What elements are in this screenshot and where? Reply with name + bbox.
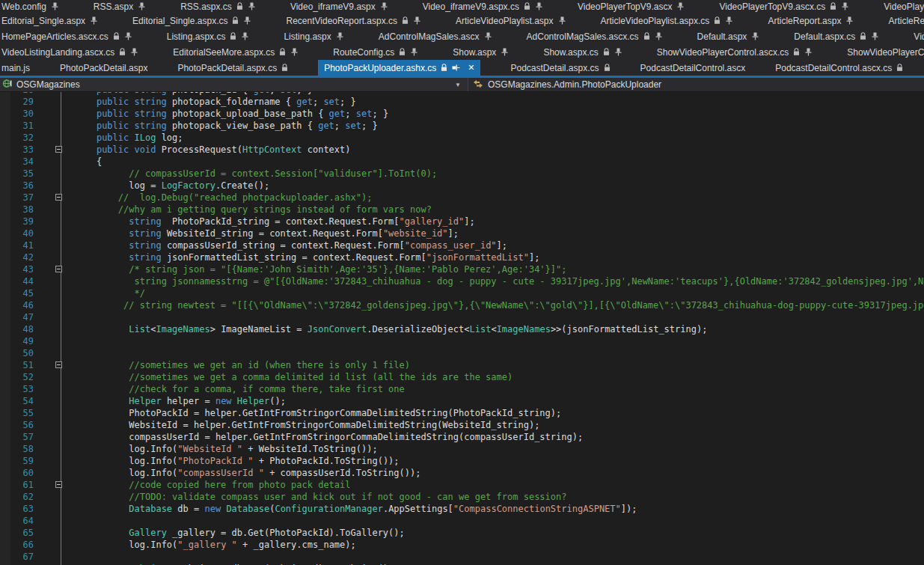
pin-icon[interactable] [484, 32, 492, 40]
code-line-36[interactable]: 36log = LogFactory.Create(); [0, 180, 924, 192]
project-dropdown[interactable]: OSGMagazines ▼ [0, 78, 468, 91]
code-line-63[interactable]: 63Database db = new Database(Configurati… [0, 503, 924, 515]
tab-show-aspx-cs[interactable]: Show.aspx.cs [543, 44, 622, 60]
code-line-30[interactable]: 30public string photopack_upload_base_pa… [0, 108, 924, 120]
code-line-52[interactable]: 52//sometimes we get a comma delimited i… [0, 371, 924, 383]
pin-icon[interactable] [243, 16, 251, 25]
collapse-region-icon[interactable] [55, 361, 62, 368]
pin-icon[interactable] [124, 32, 132, 40]
code-line-39[interactable]: 39string PhotoPackId_string = context.Re… [0, 216, 924, 227]
collapse-region-icon[interactable] [55, 266, 62, 272]
code-line-56[interactable]: 56WebsiteId = helper.GetIntFromStringorC… [0, 419, 924, 431]
code-line-65[interactable]: 65Gallery _gallery = db.Get(PhotoPackId)… [0, 527, 924, 539]
pin-icon[interactable] [290, 48, 299, 56]
pin-icon[interactable] [655, 32, 663, 40]
tab-articlevideoplaylist-aspx[interactable]: ArticleVideoPlaylist.aspx [456, 13, 566, 28]
close-icon[interactable]: ✕ [468, 64, 474, 72]
pin-icon[interactable] [501, 48, 509, 56]
tab-routeconfig-cs[interactable]: RouteConfig.cs [333, 44, 418, 60]
code-line-53[interactable]: 53//check for a comma, if comma there, t… [0, 383, 924, 395]
pin-icon[interactable] [725, 16, 733, 25]
code-line-44[interactable]: 44string jsonnamesstrng = @"[{OldName:'3… [0, 275, 924, 287]
tab-showvideoplayercontrol-ascx[interactable]: ShowVideoPlayerControl.ascx [847, 44, 924, 60]
code-line-57[interactable]: 57compassUserId = helper.GetIntFromStrin… [0, 431, 924, 443]
code-line-51[interactable]: 51//sometimes we get an id (when there i… [0, 359, 924, 371]
tab-listing-aspx[interactable]: Listing.aspx [284, 28, 343, 44]
tab-photopackdetail-aspx[interactable]: PhotoPackDetail.aspx [60, 60, 147, 76]
code-line-66[interactable]: 66log.Info("_gallery " + _gallery.cms_na… [0, 539, 924, 551]
type-dropdown[interactable]: OSGMagazines.Admin.PhotoPackUploader [468, 78, 924, 91]
pin-icon[interactable] [558, 16, 566, 25]
tab-video-iframev9-aspx[interactable]: Video_iframeV9.aspx [290, 0, 388, 13]
tab-recentvideoreport-aspx-cs[interactable]: RecentVideoReport.aspx.cs [286, 13, 421, 28]
code-line-48[interactable]: 48List<ImageNames> ImageNameList = JsonC… [0, 323, 924, 335]
code-line-60[interactable]: 60log.Info("compassUserId " + compassUse… [0, 467, 924, 479]
code-line-59[interactable]: 59log.Info("PhotoPackId " + PhotoPackId.… [0, 455, 924, 467]
tab-rss-aspx-cs[interactable]: RSS.aspx.cs [180, 0, 256, 13]
tab-default-aspx-cs[interactable]: Default.aspx.cs [794, 28, 879, 44]
code-line-37[interactable]: 37// log.Debug("reached photpackuploader… [0, 192, 924, 204]
collapse-region-icon[interactable] [55, 194, 62, 201]
pin-icon[interactable] [248, 2, 256, 10]
tab-listing-aspx-cs[interactable]: Listing.aspx.cs [167, 28, 250, 44]
tab-podcastdetail-aspx-cs[interactable]: PodcastDetail.aspx.cs [510, 60, 610, 76]
pin-icon[interactable] [138, 2, 146, 10]
pin-icon[interactable] [535, 2, 543, 10]
tab-videoplayertopv9-ascx-cs[interactable]: VideoPlayerTopV9.ascx.cs [719, 0, 849, 13]
tab-podcastdetailcontrol-ascx-cs[interactable]: PodcastDetailControl.ascx.cs [775, 60, 903, 76]
code-line-45[interactable]: 45*/ [0, 287, 924, 299]
code-line-29[interactable]: 29public string photopack_foldername { g… [0, 96, 924, 108]
tab-videolistingmagazine-aspx[interactable]: VideoListingMagazine.aspx [914, 28, 924, 44]
code-editor[interactable]: 28public string photopack_id { get; set;… [0, 92, 924, 565]
tab-editorialseemore-aspx-cs[interactable]: EditorialSeeMore.aspx.cs [173, 44, 299, 60]
pin-icon[interactable] [614, 48, 622, 56]
pin-icon[interactable] [841, 2, 849, 10]
tab-podcastdetailcontrol-ascx[interactable]: PodcastDetailControl.ascx [640, 60, 746, 76]
pin-icon[interactable] [336, 32, 344, 40]
pin-icon[interactable] [871, 32, 879, 40]
code-line-32[interactable]: 32public ILog log; [0, 132, 924, 144]
code-line-64[interactable]: 64 [0, 515, 924, 527]
code-line-38[interactable]: 38//why am i getting query strings inste… [0, 204, 924, 216]
code-line-50[interactable]: 50 [0, 347, 924, 359]
tab-video-iframev9-aspx-cs[interactable]: Video_iframeV9.aspx.cs [423, 0, 543, 13]
tab-articlereport-aspx-cs[interactable]: ArticleReport.aspx.cs [888, 13, 924, 28]
code-line-41[interactable]: 41string compassUserId_string = context.… [0, 239, 924, 251]
collapse-region-icon[interactable] [55, 481, 62, 488]
tab-adcontrolmagsales-ascx[interactable]: AdControlMagSales.ascx [379, 28, 492, 44]
tab-showvideoplayercontrol-ascx-cs[interactable]: ShowVideoPlayerControl.ascx.cs [657, 44, 813, 60]
pin-icon[interactable] [751, 32, 759, 40]
pin-icon[interactable] [380, 2, 388, 10]
tab-editorial-single-aspx[interactable]: Editorial_Single.aspx [1, 13, 98, 28]
code-line-55[interactable]: 55PhotoPackId = helper.GetIntFromStringo… [0, 407, 924, 419]
pin-icon[interactable] [130, 48, 138, 56]
tab-photopackdetail-aspx-cs[interactable]: PhotoPackDetail.aspx.cs [177, 60, 288, 76]
tab-web-config[interactable]: Web.config [1, 0, 59, 13]
pin-icon[interactable] [452, 64, 460, 72]
code-line-61[interactable]: 61//code copied here from photo pack det… [0, 479, 924, 491]
tab-adcontrolmagsales-ascx-cs[interactable]: AdControlMagSales.ascx.cs [527, 28, 663, 44]
pin-icon[interactable] [413, 16, 421, 25]
tab-articlevideoplaylist-aspx-cs[interactable]: ArticleVideoPlaylist.aspx.cs [601, 13, 734, 28]
pin-icon[interactable] [410, 48, 418, 56]
code-line-58[interactable]: 58log.Info("WebsiteId " + WebsiteId.ToSt… [0, 443, 924, 455]
tab-videoplayertopv9-ascx[interactable]: VideoPlayerTopV9.ascx [578, 0, 685, 13]
code-line-40[interactable]: 40string WebsiteId_string = context.Requ… [0, 227, 924, 239]
pin-icon[interactable] [845, 16, 854, 25]
code-line-31[interactable]: 31public string photopack_view_base_path… [0, 120, 924, 132]
pin-icon[interactable] [804, 48, 813, 56]
tab-videolistinglanding-ascx-cs[interactable]: VideoListingLanding.ascx.cs [1, 44, 138, 60]
tab-editorial-single-aspx-cs[interactable]: Editorial_Single.aspx.cs [132, 13, 251, 28]
tab-articlereport-aspx[interactable]: ArticleReport.aspx [768, 13, 854, 28]
collapse-region-icon[interactable] [55, 146, 62, 153]
pin-icon[interactable] [241, 32, 249, 40]
code-line-33[interactable]: 33public void ProcessRequest(HttpContext… [0, 144, 924, 156]
tab-main-js[interactable]: main.js [1, 60, 30, 76]
tab-rss-aspx[interactable]: RSS.aspx [94, 0, 146, 13]
code-line-47[interactable]: 47 [0, 311, 924, 323]
tab-homepagearticles-ascx-cs[interactable]: HomePageArticles.ascx.cs [1, 28, 132, 44]
code-line-62[interactable]: 62//TODO: validate compass user and kick… [0, 491, 924, 503]
code-line-34[interactable]: 34{ [0, 156, 924, 168]
code-line-46[interactable]: 46// string newtest = "[[{\"OldName\":\"… [0, 299, 924, 311]
pin-icon[interactable] [676, 2, 685, 10]
